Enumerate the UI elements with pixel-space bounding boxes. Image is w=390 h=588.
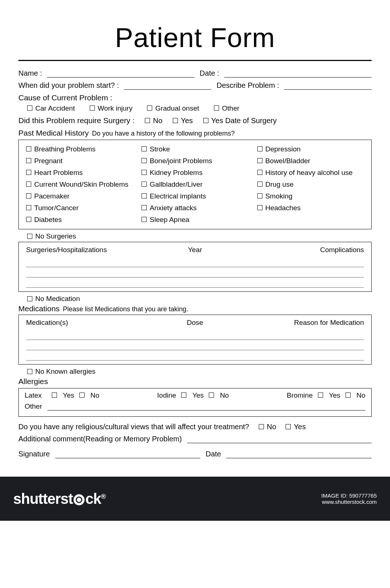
name-input[interactable] (47, 69, 194, 78)
history-item[interactable]: Gallbladder/Liver (142, 180, 248, 189)
sig-date-input[interactable] (226, 450, 372, 458)
table-row[interactable] (26, 258, 364, 267)
meds-heading: Medications (18, 304, 60, 313)
surgery-question: Did this Problem require Surgery : (18, 116, 135, 125)
history-item[interactable]: Electrical implants (142, 192, 248, 200)
checkbox-icon (145, 118, 150, 123)
date-label: Date : (200, 69, 219, 78)
surg-col3: Complications (245, 246, 364, 254)
checkbox-icon (142, 170, 147, 175)
checkbox-icon (26, 146, 31, 151)
checkbox-icon (286, 424, 291, 429)
pmh-sub: Do you have a history of the following p… (92, 130, 235, 137)
surgery-option[interactable]: Yes Date of Surgery (203, 116, 277, 125)
name-label: Name : (18, 69, 42, 78)
surgery-option[interactable]: Yes (173, 116, 193, 125)
checkbox-icon (52, 392, 57, 398)
describe-problem-label: Describe Problem : (217, 81, 279, 90)
table-row[interactable] (26, 278, 364, 288)
cause-option[interactable]: Other (214, 104, 240, 112)
history-item[interactable]: Bone/joint Problems (142, 157, 248, 165)
cause-option[interactable]: Gradual onset (147, 104, 199, 112)
form-page: Patient Form Name : Date : When did your… (0, 0, 390, 477)
checkbox-icon (257, 170, 262, 175)
bromine-yes[interactable]: Yes (318, 391, 340, 399)
checkbox-icon (203, 118, 208, 123)
sig-date-label: Date (205, 450, 221, 458)
table-row[interactable] (26, 351, 364, 361)
checkbox-icon (90, 105, 95, 111)
checkbox-icon (27, 296, 32, 301)
no-medication-check[interactable]: No Medication (27, 295, 372, 303)
other-allergy-input[interactable] (47, 402, 365, 410)
cause-options: Car Accident Work injury Gradual onset O… (27, 104, 372, 112)
bromine-label: Bromine (287, 391, 313, 399)
bromine-no[interactable]: No (346, 391, 365, 399)
checkbox-icon (26, 205, 31, 210)
problem-start-input[interactable] (124, 82, 211, 90)
checkbox-icon (259, 424, 264, 429)
checkbox-icon (142, 182, 147, 187)
history-item[interactable]: Pacemaker (26, 192, 133, 200)
med-col1: Medication(s) (26, 319, 145, 327)
aperture-icon (74, 494, 85, 505)
pmh-heading: Past Medical History (18, 129, 89, 137)
history-item[interactable]: Breathing Problems (26, 145, 133, 153)
checkbox-icon (173, 118, 178, 123)
history-item[interactable]: Sleep Apnea (142, 216, 248, 224)
history-item (257, 216, 364, 224)
religious-question: Do you have any religious/cultural views… (18, 423, 249, 431)
checkbox-icon (27, 369, 32, 374)
table-row[interactable] (26, 268, 364, 277)
religious-yes[interactable]: Yes (286, 423, 306, 431)
iodine-yes[interactable]: Yes (181, 391, 204, 399)
history-item[interactable]: Stroke (142, 145, 248, 153)
history-item[interactable]: Depression (257, 145, 364, 153)
title-rule (18, 60, 372, 61)
iodine-no[interactable]: No (209, 391, 229, 399)
addl-comment-input[interactable] (187, 435, 372, 443)
surgery-option[interactable]: No (145, 116, 162, 125)
checkbox-icon (142, 193, 147, 198)
history-item[interactable]: Bowel/Bladder (257, 157, 364, 165)
checkbox-icon (142, 217, 147, 222)
checkbox-icon (79, 392, 85, 398)
history-item[interactable]: Headaches (257, 204, 364, 212)
history-item[interactable]: Diabetes (26, 216, 133, 224)
describe-problem-input[interactable] (284, 82, 372, 90)
signature-input[interactable] (55, 450, 201, 458)
latex-yes[interactable]: Yes (52, 391, 74, 399)
checkbox-icon (142, 158, 147, 163)
history-item[interactable]: Drug use (257, 180, 364, 189)
checkbox-icon (27, 105, 32, 111)
checkbox-icon (257, 193, 262, 198)
latex-no[interactable]: No (79, 391, 99, 399)
addl-comment-label: Additional comment(Reading or Memory Pro… (18, 435, 182, 443)
history-item[interactable]: Current Wound/Skin Problems (26, 180, 133, 189)
checkbox-icon (257, 205, 262, 210)
no-surgeries-check[interactable]: No Surgeries (27, 232, 372, 240)
checkbox-icon (26, 158, 31, 163)
checkbox-icon (257, 182, 262, 187)
date-input[interactable] (224, 69, 372, 78)
checkbox-icon (27, 234, 32, 239)
allergies-heading: Allergies (18, 377, 372, 386)
history-item[interactable]: Heart Problems (26, 169, 133, 177)
cause-option[interactable]: Car Accident (27, 104, 75, 112)
checkbox-icon (346, 392, 351, 398)
history-item[interactable]: Tumor/Cancer (26, 204, 133, 212)
history-item[interactable]: Anxiety attacks (142, 204, 248, 212)
table-row[interactable] (26, 330, 364, 340)
table-row[interactable] (26, 341, 364, 350)
history-item[interactable]: Pregnant (26, 157, 133, 165)
site-url: www.shutterstock.com (321, 499, 377, 505)
history-item[interactable]: History of heavy alcohol use (257, 169, 364, 177)
no-allergies-check[interactable]: No Known allergies (27, 368, 372, 376)
religious-no[interactable]: No (259, 423, 276, 431)
stock-footer: shutterstck® IMAGE ID: 590777765 www.shu… (0, 477, 390, 521)
cause-option[interactable]: Work injury (90, 104, 133, 112)
checkbox-icon (318, 392, 323, 398)
surgeries-table: Surgeries/Hospitalizations Year Complica… (18, 242, 372, 292)
history-item[interactable]: Kidney Problems (142, 169, 248, 177)
history-item[interactable]: Smoking (257, 192, 364, 200)
